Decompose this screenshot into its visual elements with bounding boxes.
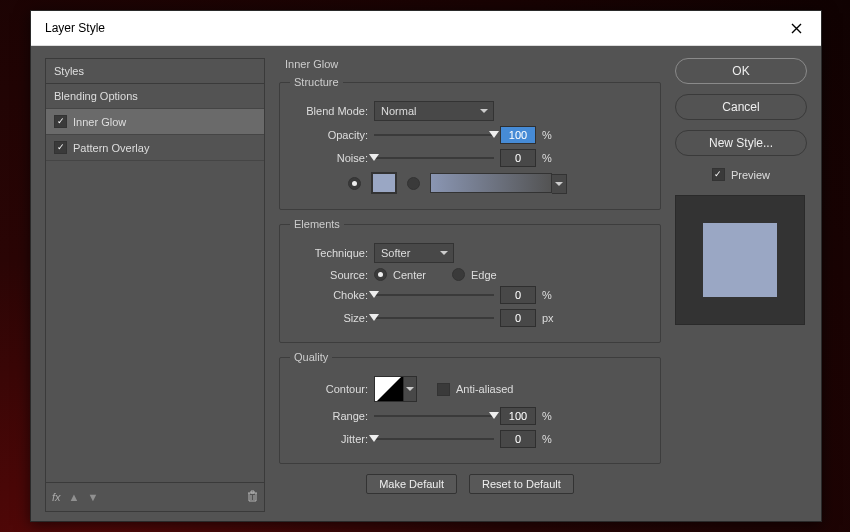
preview-swatch bbox=[703, 223, 777, 297]
antialiased-label: Anti-aliased bbox=[456, 383, 513, 395]
choke-input[interactable]: 0 bbox=[500, 286, 536, 304]
size-input[interactable]: 0 bbox=[500, 309, 536, 327]
blending-options-label: Blending Options bbox=[54, 90, 138, 102]
style-item-pattern-overlay[interactable]: Pattern Overlay bbox=[46, 135, 264, 161]
chevron-down-icon[interactable] bbox=[552, 174, 567, 194]
styles-header[interactable]: Styles bbox=[46, 59, 264, 84]
opacity-slider[interactable] bbox=[374, 128, 494, 142]
quality-legend: Quality bbox=[290, 351, 332, 363]
titlebar: Layer Style bbox=[31, 11, 821, 46]
fx-icon[interactable]: fx bbox=[52, 491, 61, 503]
settings-column: Inner Glow Structure Blend Mode: Normal … bbox=[279, 58, 661, 512]
source-edge-label: Edge bbox=[471, 269, 497, 281]
opacity-unit: % bbox=[542, 129, 562, 141]
size-unit: px bbox=[542, 312, 562, 324]
range-input[interactable]: 100 bbox=[500, 407, 536, 425]
style-item-label: Inner Glow bbox=[73, 116, 126, 128]
layer-style-dialog: Layer Style Styles Blending Options Inne… bbox=[30, 10, 822, 522]
reset-default-button[interactable]: Reset to Default bbox=[469, 474, 574, 494]
preview-checkbox[interactable] bbox=[712, 168, 725, 181]
source-center-radio[interactable] bbox=[374, 268, 387, 281]
ok-button[interactable]: OK bbox=[675, 58, 807, 84]
styles-column: Styles Blending Options Inner Glow Patte… bbox=[45, 58, 265, 512]
jitter-label: Jitter: bbox=[290, 433, 368, 445]
range-label: Range: bbox=[290, 410, 368, 422]
preview-label: Preview bbox=[731, 169, 770, 181]
contour-label: Contour: bbox=[290, 383, 368, 395]
opacity-input[interactable]: 100 bbox=[500, 126, 536, 144]
structure-legend: Structure bbox=[290, 76, 343, 88]
technique-label: Technique: bbox=[290, 247, 368, 259]
elements-legend: Elements bbox=[290, 218, 344, 230]
noise-label: Noise: bbox=[290, 152, 368, 164]
trash-icon[interactable] bbox=[247, 490, 258, 505]
noise-slider[interactable] bbox=[374, 151, 494, 165]
style-item-label: Pattern Overlay bbox=[73, 142, 149, 154]
noise-unit: % bbox=[542, 152, 562, 164]
style-item-inner-glow[interactable]: Inner Glow bbox=[46, 109, 264, 135]
jitter-slider[interactable] bbox=[374, 432, 494, 446]
close-button[interactable] bbox=[781, 13, 811, 43]
new-style-button[interactable]: New Style... bbox=[675, 130, 807, 156]
source-edge-radio[interactable] bbox=[452, 268, 465, 281]
right-column: OK Cancel New Style... Preview bbox=[675, 58, 807, 512]
panel-title: Inner Glow bbox=[285, 58, 661, 70]
color-radio[interactable] bbox=[348, 177, 361, 190]
noise-input[interactable]: 0 bbox=[500, 149, 536, 167]
styles-list: Styles Blending Options Inner Glow Patte… bbox=[45, 58, 265, 483]
arrow-up-icon[interactable]: ▲ bbox=[69, 491, 80, 503]
range-unit: % bbox=[542, 410, 562, 422]
jitter-unit: % bbox=[542, 433, 562, 445]
blend-mode-select[interactable]: Normal bbox=[374, 101, 494, 121]
blending-options-item[interactable]: Blending Options bbox=[46, 84, 264, 109]
checker-icon bbox=[431, 174, 551, 192]
jitter-input[interactable]: 0 bbox=[500, 430, 536, 448]
structure-group: Structure Blend Mode: Normal Opacity: 10… bbox=[279, 76, 661, 210]
color-swatch[interactable] bbox=[371, 172, 397, 194]
styles-footer: fx ▲ ▼ bbox=[45, 483, 265, 512]
arrow-down-icon[interactable]: ▼ bbox=[87, 491, 98, 503]
size-slider[interactable] bbox=[374, 311, 494, 325]
choke-slider[interactable] bbox=[374, 288, 494, 302]
choke-unit: % bbox=[542, 289, 562, 301]
blend-mode-label: Blend Mode: bbox=[290, 105, 368, 117]
gradient-radio[interactable] bbox=[407, 177, 420, 190]
checkbox-icon[interactable] bbox=[54, 141, 67, 154]
size-label: Size: bbox=[290, 312, 368, 324]
choke-label: Choke: bbox=[290, 289, 368, 301]
source-label: Source: bbox=[290, 269, 368, 281]
range-slider[interactable] bbox=[374, 409, 494, 423]
technique-select[interactable]: Softer bbox=[374, 243, 454, 263]
preview-box bbox=[675, 195, 805, 325]
checkbox-icon[interactable] bbox=[54, 115, 67, 128]
source-center-label: Center bbox=[393, 269, 426, 281]
opacity-label: Opacity: bbox=[290, 129, 368, 141]
cancel-button[interactable]: Cancel bbox=[675, 94, 807, 120]
elements-group: Elements Technique: Softer Source: Cente… bbox=[279, 218, 661, 343]
gradient-picker[interactable] bbox=[430, 173, 552, 193]
chevron-down-icon[interactable] bbox=[404, 376, 417, 402]
antialiased-checkbox[interactable] bbox=[437, 383, 450, 396]
contour-picker[interactable] bbox=[374, 376, 404, 402]
make-default-button[interactable]: Make Default bbox=[366, 474, 457, 494]
quality-group: Quality Contour: Anti-aliased Range: 100 bbox=[279, 351, 661, 464]
window-title: Layer Style bbox=[45, 21, 105, 35]
